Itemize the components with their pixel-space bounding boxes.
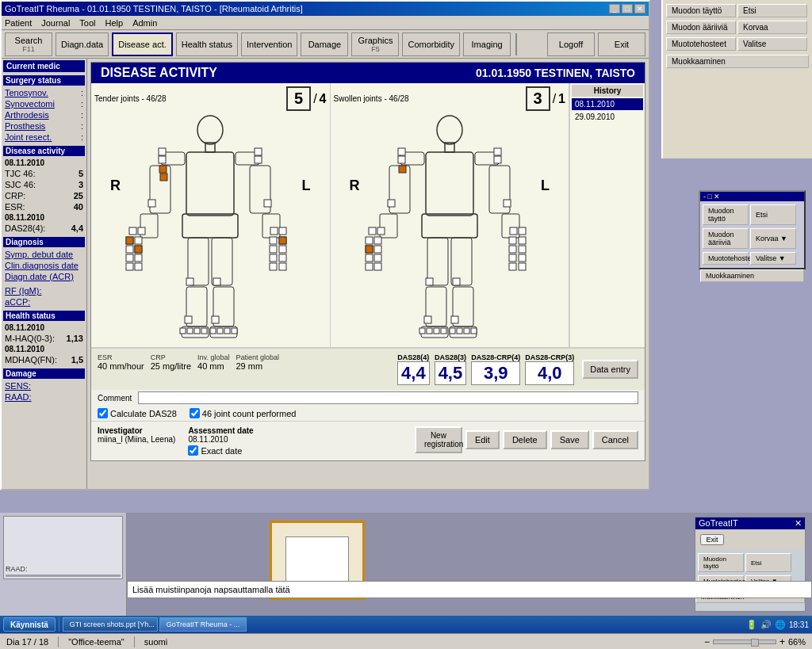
svg-rect-111 [450, 328, 455, 334]
svg-rect-38 [279, 263, 286, 270]
muodon-aariiva-button[interactable]: Muodon ääriiviä [666, 21, 736, 34]
inset-aariiva-btn[interactable]: Muodon ääriiviä [703, 228, 749, 249]
svg-rect-34 [270, 263, 277, 270]
patient-global-stat: Patient global 29 mm [236, 353, 279, 371]
muodon-taytta-button[interactable]: Muodon täyttö [666, 4, 736, 17]
svg-rect-94 [519, 246, 526, 253]
zoom-level: 66% [788, 637, 806, 647]
diagn-date-item[interactable]: Diagn.date (ACR) [3, 271, 85, 282]
muokkaaminen-button[interactable]: Muokkaaminen [666, 55, 809, 68]
tender-r-label: R [110, 178, 121, 194]
das28-crp3-display: DAS28-CRP(3) 4,0 [525, 353, 574, 385]
delete-button[interactable]: Delete [503, 430, 547, 449]
data-entry-button[interactable]: Data entry [582, 360, 638, 379]
cancel-button[interactable]: Cancel [592, 430, 638, 449]
svg-rect-103 [426, 278, 433, 285]
synovectomi-item[interactable]: Synovectomi: [3, 98, 85, 109]
prosthesis-item[interactable]: Prosthesis: [3, 120, 85, 132]
menu-help[interactable]: Help [105, 18, 124, 28]
svg-rect-112 [457, 328, 462, 334]
exact-date-label[interactable]: Exact date [188, 445, 253, 456]
close-button[interactable]: ✕ [634, 4, 645, 13]
svg-rect-45 [159, 166, 167, 173]
imaging-button[interactable]: Imaging [463, 32, 511, 56]
b-muodon-btn[interactable]: Muodon täyttö [698, 553, 744, 572]
zoom-plus-icon[interactable]: + [779, 636, 785, 647]
muototehosteet-button[interactable]: Muototehosteet [666, 37, 736, 51]
diagn-data-button[interactable]: Diagn.data [56, 32, 109, 56]
inset-valitse-btn[interactable]: Valitse ▼ [750, 252, 796, 265]
panel-patient: 01.01.1950 TESTINEN, TAISTO [476, 67, 635, 79]
menu-tool[interactable]: Tool [79, 18, 95, 28]
zoom-slider[interactable] [713, 639, 776, 644]
svg-rect-26 [129, 227, 136, 235]
svg-rect-23 [135, 263, 142, 270]
svg-rect-106 [451, 316, 458, 323]
tender-joints-label: Tender joints - 46/28 [94, 94, 167, 103]
start-button[interactable]: Käynnistä [3, 617, 56, 632]
history-item-1[interactable]: 08.11.2010 [572, 98, 643, 110]
calculate-das28-checkbox-label[interactable]: Calculate DAS28 [98, 408, 177, 418]
calculate-das28-checkbox[interactable] [98, 408, 108, 418]
save-button[interactable]: Save [550, 430, 589, 449]
inset-tehosteet-btn[interactable]: Muototehosteet [703, 252, 749, 265]
new-registration-button[interactable]: New registration [415, 426, 462, 453]
das28-item: DAS28(4):4,4 [3, 223, 85, 234]
etsi-button[interactable]: Etsi [737, 4, 807, 17]
damage-button[interactable]: Damage [301, 32, 348, 56]
search-button[interactable]: Search F11 [5, 32, 52, 56]
menu-admin[interactable]: Admin [132, 18, 157, 28]
raad-item[interactable]: RAAD: [3, 391, 85, 403]
inset-muodon-btn[interactable]: Muodon täyttö [703, 204, 749, 225]
health-status-button[interactable]: Health status [176, 32, 238, 56]
exit-button[interactable]: Exit [598, 32, 645, 56]
clin-diagnosis-item[interactable]: Clin.diagnosis date [3, 260, 85, 271]
maximize-button[interactable]: □ [622, 4, 633, 13]
inset-etsi-btn[interactable]: Etsi [750, 204, 796, 225]
svg-rect-31 [270, 237, 277, 244]
svg-rect-79 [374, 237, 381, 244]
taskbar: Käynnistä GTI screen shots.ppt [Yh... Go… [0, 616, 812, 633]
inset-muokkaaminen-btn[interactable]: Muokkaaminen [700, 269, 804, 282]
tenosynov-item[interactable]: Tenosynov.: [3, 87, 85, 98]
tjc-item: TJC 46:5 [3, 168, 85, 179]
svg-rect-100 [494, 148, 501, 155]
logoff-button[interactable]: Logoff [547, 32, 595, 56]
health-status-header: Health status [3, 311, 85, 321]
korvaa-button[interactable]: Korvaa [737, 21, 807, 34]
arthrodesis-item[interactable]: Arthrodesis: [3, 109, 85, 120]
inset-korvaa-btn[interactable]: Korvaa ▼ [750, 228, 796, 249]
bottom-exit-btn[interactable]: Exit [700, 534, 724, 545]
accp-item[interactable]: aCCP: [3, 296, 85, 307]
svg-rect-42 [255, 156, 262, 163]
valitse-button[interactable]: Valitse [737, 37, 807, 51]
rf-igm-item[interactable]: RF (IgM): [3, 285, 85, 296]
joint-count-checkbox-label[interactable]: 46 joint count performed [190, 408, 297, 418]
svg-rect-29 [159, 148, 166, 155]
note-bar[interactable]: Lisää muistiinpanoja napsauttamalla tätä [127, 581, 812, 598]
sens-item[interactable]: SENS: [3, 380, 85, 391]
joint-count-checkbox[interactable] [190, 408, 200, 418]
minimize-button[interactable]: _ [609, 4, 620, 13]
svg-rect-61 [426, 152, 473, 216]
svg-rect-98 [519, 227, 526, 235]
gotreats-taskbar-button[interactable]: GoTreatIT Rheuma - ... [159, 617, 247, 632]
intervention-button[interactable]: Intervention [241, 32, 297, 56]
symp-debut-item[interactable]: Symp. debut date [3, 249, 85, 260]
exact-date-checkbox[interactable] [188, 445, 198, 456]
ppt-taskbar-button[interactable]: GTI screen shots.ppt [Yh... [63, 617, 158, 632]
edit-button[interactable]: Edit [465, 430, 500, 449]
disease-act-button[interactable]: Disease act. [112, 32, 173, 56]
menu-patient[interactable]: Patient [5, 18, 32, 28]
zoom-minus-icon[interactable]: − [704, 636, 710, 647]
b-etsi-btn[interactable]: Etsi [745, 553, 791, 572]
history-item-2[interactable]: 29.09.2010 [572, 111, 643, 123]
mdhaq-item: MDHAQ(FN):1,5 [3, 354, 85, 365]
comorbidity-button[interactable]: Comorbidity [402, 32, 460, 56]
joint-resect-item[interactable]: Joint resect.: [3, 132, 85, 143]
menu-journal[interactable]: Journal [41, 18, 70, 28]
comment-input[interactable] [138, 391, 638, 404]
damage-header: Damage [3, 368, 85, 379]
graphics-button[interactable]: Graphics F5 [351, 32, 399, 56]
svg-rect-83 [366, 246, 373, 253]
